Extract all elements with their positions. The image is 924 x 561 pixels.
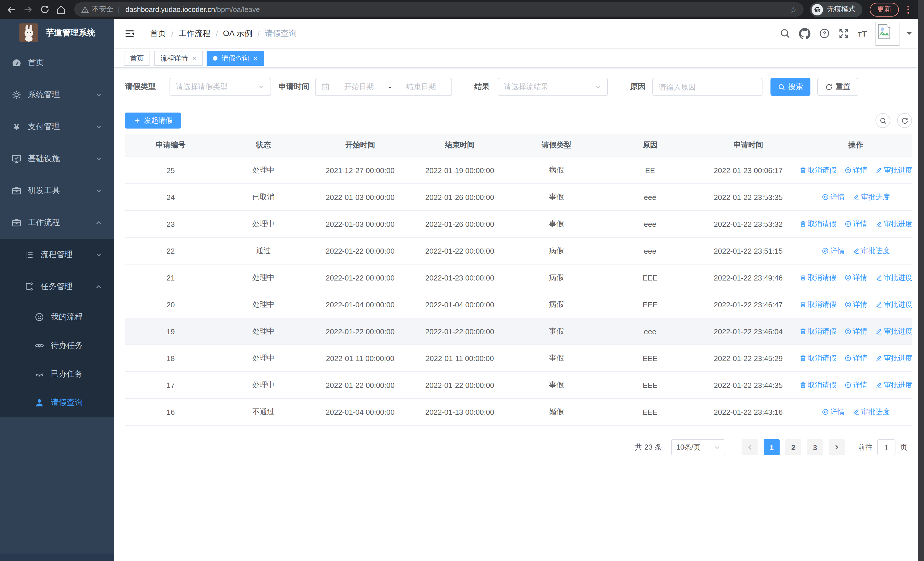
next-page-button[interactable]: [829, 439, 844, 455]
security-label[interactable]: 不安全: [92, 5, 113, 14]
bookmark-star-icon[interactable]: ☆: [790, 5, 797, 14]
eye-open-icon: [34, 340, 45, 351]
sidebar-item-payment[interactable]: ¥ 支付管理: [0, 111, 114, 143]
table-row[interactable]: 19 处理中 2022-01-22 00:00:00 2022-01-22 00…: [125, 318, 912, 345]
action-progress-link[interactable]: 审批进度: [853, 246, 890, 256]
action-progress-link[interactable]: 审批进度: [875, 219, 912, 229]
tab-leave-query[interactable]: 请假查询 ✕: [207, 51, 264, 66]
tab-process-detail[interactable]: 流程详情 ✕: [154, 51, 203, 66]
page-button-1[interactable]: 1: [764, 439, 780, 455]
action-cancel-link[interactable]: 取消请假: [799, 353, 836, 363]
action-detail-link[interactable]: 详情: [844, 219, 867, 229]
fullscreen-icon[interactable]: [838, 28, 849, 39]
toggle-search-button[interactable]: [876, 113, 890, 128]
flow-tree-icon: [24, 282, 34, 292]
action-progress-link[interactable]: 审批进度: [875, 380, 912, 390]
action-cancel-link[interactable]: 取消请假: [799, 165, 836, 175]
delete-icon: [799, 221, 806, 227]
breadcrumb-home[interactable]: 首页: [150, 28, 166, 39]
browser-scrollbar[interactable]: [918, 0, 924, 561]
prev-page-button[interactable]: [742, 439, 758, 455]
avatar[interactable]: [876, 21, 900, 45]
action-detail-link[interactable]: 详情: [844, 165, 867, 175]
action-detail-link[interactable]: 详情: [822, 246, 844, 256]
reason-input[interactable]: [652, 78, 762, 96]
table-row[interactable]: 18 处理中 2022-01-11 00:00:00 2022-01-11 00…: [125, 345, 912, 372]
forward-icon[interactable]: [21, 3, 35, 16]
sidebar-item-my-process[interactable]: 我的流程: [0, 303, 114, 331]
action-detail-link[interactable]: 详情: [844, 353, 867, 363]
sidebar-item-infrastructure[interactable]: 基础设施: [0, 143, 114, 175]
action-progress-link[interactable]: 审批进度: [853, 192, 890, 202]
leave-type-select[interactable]: 请选择请假类型: [170, 78, 271, 96]
page-size-select[interactable]: 10条/页: [671, 439, 725, 455]
github-icon[interactable]: [799, 28, 810, 39]
search-button[interactable]: 搜索: [771, 78, 810, 96]
sidebar-item-task-management[interactable]: 任务管理: [0, 271, 114, 303]
close-icon[interactable]: ✕: [253, 55, 258, 62]
font-size-icon[interactable]: TT: [858, 29, 867, 38]
action-cancel-link[interactable]: 取消请假: [799, 380, 836, 390]
sidebar-item-system[interactable]: 系统管理: [0, 79, 114, 111]
sidebar-item-workflow[interactable]: 工作流程: [0, 207, 114, 239]
sidebar-item-devtools[interactable]: 研发工具: [0, 175, 114, 207]
search-icon[interactable]: [780, 28, 790, 39]
result-select[interactable]: 请选择流结果: [498, 78, 608, 96]
action-detail-link[interactable]: 详情: [844, 326, 867, 336]
action-detail-link[interactable]: 详情: [844, 273, 867, 283]
breadcrumb-oa-example[interactable]: OA 示例: [223, 28, 252, 39]
browser-menu-icon[interactable]: [908, 5, 909, 14]
table-row[interactable]: 25 处理中 2021-12-27 00:00:00 2022-01-19 00…: [125, 157, 912, 184]
action-progress-link[interactable]: 审批进度: [875, 326, 912, 336]
sidebar-item-done-tasks[interactable]: 已办任务: [0, 360, 114, 388]
action-detail-link[interactable]: 详情: [822, 407, 844, 417]
cell-leave-type: 事假: [510, 326, 603, 337]
table-row[interactable]: 16 不通过 2022-01-04 00:00:00 2022-01-13 00…: [125, 399, 912, 426]
action-cancel-link[interactable]: 取消请假: [799, 326, 836, 336]
cell-reason: EEE: [603, 273, 697, 282]
avatar-caret-icon[interactable]: [906, 32, 912, 38]
create-leave-button[interactable]: ＋ 发起请假: [125, 113, 181, 129]
breadcrumb-workflow[interactable]: 工作流程: [178, 28, 211, 39]
collapse-sidebar-icon[interactable]: [124, 28, 135, 39]
tab-home[interactable]: 首页: [124, 51, 150, 66]
goto-page-input[interactable]: [877, 439, 896, 455]
refresh-table-button[interactable]: [897, 113, 912, 128]
sidebar-item-process-management[interactable]: 流程管理: [0, 239, 114, 271]
action-cancel-link[interactable]: 取消请假: [799, 300, 836, 309]
table-row[interactable]: 21 处理中 2022-01-22 00:00:00 2022-01-23 00…: [125, 265, 912, 291]
sidebar-item-leave-query[interactable]: 请假查询: [0, 388, 114, 417]
table-row[interactable]: 20 处理中 2022-01-04 00:00:00 2022-01-04 00…: [125, 291, 912, 318]
action-detail-link[interactable]: 详情: [844, 380, 867, 390]
sidebar-item-todo-tasks[interactable]: 待办任务: [0, 331, 114, 360]
table-row[interactable]: 22 通过 2022-01-22 00:00:00 2022-01-22 00:…: [125, 238, 912, 265]
sidebar-item-home[interactable]: 首页: [0, 47, 114, 79]
edit-pen-icon: [875, 301, 882, 308]
action-progress-link[interactable]: 审批进度: [875, 273, 912, 283]
table-row[interactable]: 23 处理中 2022-01-03 00:00:00 2022-01-26 00…: [125, 211, 912, 238]
action-progress-link[interactable]: 审批进度: [875, 300, 912, 309]
action-progress-link[interactable]: 审批进度: [875, 353, 912, 363]
cell-reason: EEE: [603, 381, 697, 390]
help-icon[interactable]: ?: [819, 28, 830, 39]
table-row[interactable]: 17 处理中 2022-01-22 00:00:00 2022-01-22 00…: [125, 372, 912, 399]
close-icon[interactable]: ✕: [192, 55, 196, 62]
apply-time-range-picker[interactable]: 开始日期 - 结束日期: [315, 78, 452, 96]
reload-icon[interactable]: [38, 3, 51, 16]
table-row[interactable]: 24 已取消 2022-01-03 00:00:00 2022-01-26 00…: [125, 184, 912, 211]
action-cancel-link[interactable]: 取消请假: [799, 273, 836, 283]
action-progress-link[interactable]: 审批进度: [875, 165, 912, 175]
update-button[interactable]: 更新: [870, 3, 899, 16]
page-button-3[interactable]: 3: [807, 439, 823, 455]
url-bar[interactable]: 不安全 | dashboard.yudao.iocoder.cn /bpm/oa…: [74, 2, 804, 17]
back-icon[interactable]: [4, 3, 18, 16]
action-detail-link[interactable]: 详情: [822, 192, 844, 202]
page-button-2[interactable]: 2: [785, 439, 801, 455]
action-detail-link[interactable]: 详情: [844, 300, 867, 309]
home-icon[interactable]: [54, 3, 68, 16]
reset-button[interactable]: 重置: [817, 78, 858, 96]
action-cancel-link[interactable]: 取消请假: [799, 219, 836, 229]
action-progress-link[interactable]: 审批进度: [853, 407, 890, 417]
cell-status: 不通过: [216, 407, 310, 417]
cell-reason: EEE: [603, 300, 697, 309]
